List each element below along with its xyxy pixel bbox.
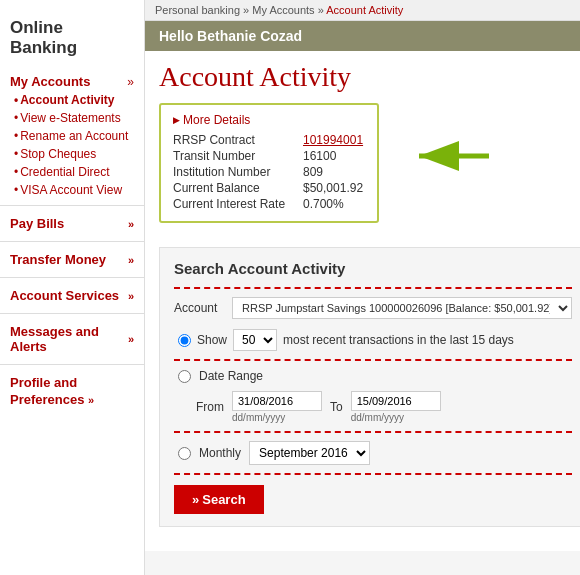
sidebar-section-label-my-accounts: My Accounts [10, 74, 90, 89]
account-row: Account RRSP Jumpstart Savings 100000026… [174, 297, 572, 319]
breadcrumb-separator-2: » [318, 4, 327, 16]
sidebar-section-messages-alerts[interactable]: Messages and Alerts » [0, 320, 144, 358]
rrsp-value[interactable]: 101994001 [303, 133, 363, 147]
show-radio[interactable] [178, 334, 191, 347]
institution-value: 809 [303, 165, 323, 179]
from-date-group: dd/mm/yyyy [232, 391, 322, 423]
greeting-bar: Hello Bethanie Cozad [145, 21, 580, 51]
search-divider-final [174, 473, 572, 475]
sidebar-section-pay-bills[interactable]: Pay Bills » [0, 212, 144, 235]
show-suffix: most recent transactions in the last 15 … [283, 333, 514, 347]
sidebar-item-label-rename-account: Rename an Account [20, 129, 128, 143]
sidebar-item-rename-account[interactable]: Rename an Account [0, 127, 144, 145]
search-divider-mid [174, 359, 572, 361]
monthly-label: Monthly [199, 446, 241, 460]
account-detail-row-rrsp: RRSP Contract 101994001 [173, 133, 365, 147]
transit-label: Transit Number [173, 149, 293, 163]
sidebar-label-messages-alerts: Messages and Alerts [10, 324, 128, 354]
date-range-inputs: From dd/mm/yyyy To dd/mm/yyyy [174, 391, 572, 423]
sidebar-item-label-view-estatements: View e-Statements [20, 111, 121, 125]
from-date-input[interactable] [232, 391, 322, 411]
monthly-radio[interactable] [178, 447, 191, 460]
sidebar-section-transfer-money[interactable]: Transfer Money » [0, 248, 144, 271]
account-select[interactable]: RRSP Jumpstart Savings 100000026096 [Bal… [232, 297, 572, 319]
show-select[interactable]: 50 [233, 329, 277, 351]
search-section-title: Search Account Activity [174, 260, 572, 277]
sidebar-arrow-profile-preferences: » [88, 394, 94, 406]
sidebar-item-label-account-activity: Account Activity [20, 93, 114, 107]
breadcrumb-my-accounts: My Accounts [252, 4, 314, 16]
sidebar-item-stop-cheques[interactable]: Stop Cheques [0, 145, 144, 163]
rrsp-label: RRSP Contract [173, 133, 293, 147]
date-range-label: Date Range [199, 369, 263, 383]
more-details-link[interactable]: More Details [173, 113, 365, 127]
sidebar-section-profile-preferences[interactable]: Profile andPreferences » [0, 371, 144, 413]
sidebar-section-arrow-my-accounts: » [127, 75, 134, 89]
balance-value: $50,001.92 [303, 181, 363, 195]
account-label: Account [174, 301, 224, 315]
content-area: Account Activity More Details RRSP Contr… [145, 51, 580, 551]
sidebar-item-visa-account-view[interactable]: VISA Account View [0, 181, 144, 199]
sidebar-divider-3 [0, 277, 144, 278]
sidebar-section-my-accounts[interactable]: My Accounts » [0, 70, 144, 91]
sidebar-divider-1 [0, 205, 144, 206]
breadcrumb: Personal banking » My Accounts » Account… [145, 0, 580, 21]
monthly-select[interactable]: September 2016 [249, 441, 370, 465]
date-range-radio[interactable] [178, 370, 191, 383]
interest-label: Current Interest Rate [173, 197, 293, 211]
show-row: Show 50 most recent transactions in the … [174, 329, 572, 351]
more-details-label: More Details [183, 113, 250, 127]
institution-label: Institution Number [173, 165, 293, 179]
account-detail-row-transit: Transit Number 16100 [173, 149, 365, 163]
top-section: More Details RRSP Contract 101994001 Tra… [159, 103, 580, 233]
arrow-icon [414, 141, 494, 174]
from-label: From [196, 400, 224, 414]
sidebar: Online Banking My Accounts » Account Act… [0, 0, 145, 575]
balance-label: Current Balance [173, 181, 293, 195]
sidebar-section-account-services[interactable]: Account Services » [0, 284, 144, 307]
to-date-input[interactable] [351, 391, 441, 411]
transit-value: 16100 [303, 149, 336, 163]
sidebar-item-label-visa-account-view: VISA Account View [20, 183, 122, 197]
sidebar-label-profile-preferences: Profile andPreferences [10, 375, 84, 407]
show-label: Show [197, 333, 227, 347]
sidebar-item-label-credential-direct: Credential Direct [20, 165, 109, 179]
breadcrumb-separator-1: » [243, 4, 252, 16]
account-detail-row-institution: Institution Number 809 [173, 165, 365, 179]
sidebar-label-transfer-money: Transfer Money [10, 252, 106, 267]
breadcrumb-account-activity: Account Activity [326, 4, 403, 16]
sidebar-divider-4 [0, 313, 144, 314]
to-label: To [330, 400, 343, 414]
search-button[interactable]: Search [174, 485, 264, 514]
search-divider-top [174, 287, 572, 289]
sidebar-item-credential-direct[interactable]: Credential Direct [0, 163, 144, 181]
to-date-format: dd/mm/yyyy [351, 412, 441, 423]
sidebar-arrow-transfer-money: » [128, 254, 134, 266]
breadcrumb-personal-banking: Personal banking [155, 4, 240, 16]
sidebar-arrow-account-services: » [128, 290, 134, 302]
sidebar-divider-5 [0, 364, 144, 365]
sidebar-arrow-messages-alerts: » [128, 333, 134, 345]
search-divider-bottom [174, 431, 572, 433]
sidebar-item-label-stop-cheques: Stop Cheques [20, 147, 96, 161]
greeting-text: Hello Bethanie Cozad [159, 28, 302, 44]
sidebar-label-account-services: Account Services [10, 288, 119, 303]
main-content: Personal banking » My Accounts » Account… [145, 0, 580, 575]
search-button-label: Search [202, 492, 245, 507]
date-range-radio-row: Date Range [174, 369, 572, 383]
account-detail-row-interest: Current Interest Rate 0.700% [173, 197, 365, 211]
sidebar-item-view-estatements[interactable]: View e-Statements [0, 109, 144, 127]
to-date-group: dd/mm/yyyy [351, 391, 441, 423]
account-detail-row-balance: Current Balance $50,001.92 [173, 181, 365, 195]
sidebar-title: Online Banking [0, 10, 144, 70]
sidebar-label-pay-bills: Pay Bills [10, 216, 64, 231]
sidebar-arrow-pay-bills: » [128, 218, 134, 230]
from-date-format: dd/mm/yyyy [232, 412, 322, 423]
interest-value: 0.700% [303, 197, 344, 211]
sidebar-item-account-activity[interactable]: Account Activity [0, 91, 144, 109]
monthly-row: Monthly September 2016 [174, 441, 572, 465]
account-details-box: More Details RRSP Contract 101994001 Tra… [159, 103, 379, 223]
page-title: Account Activity [159, 61, 580, 93]
search-section: Search Account Activity Account RRSP Jum… [159, 247, 580, 527]
sidebar-divider-2 [0, 241, 144, 242]
